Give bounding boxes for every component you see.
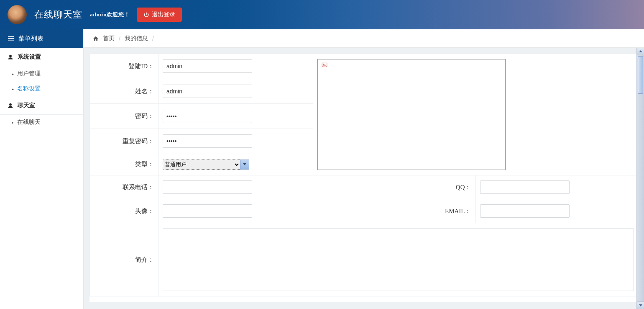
sidebar-item-name-settings[interactable]: 名称设置 [0, 81, 83, 96]
input-password[interactable] [163, 110, 252, 123]
textarea-intro[interactable] [163, 228, 634, 291]
label-intro: 简介： [90, 223, 158, 296]
input-email[interactable] [480, 204, 570, 218]
home-icon [93, 36, 99, 41]
sidebar-section-chatroom[interactable]: 聊天室 [0, 96, 83, 115]
label-email: EMAIL： [313, 199, 476, 223]
app-title: 在线聊天室 [34, 8, 82, 21]
svg-rect-1 [8, 38, 14, 39]
breadcrumb-current: 我的信息 [125, 35, 148, 42]
scroll-track[interactable] [637, 55, 644, 301]
sidebar-section-label: 聊天室 [18, 102, 35, 109]
content-area: 首页 / 我的信息 / 登陆ID： [84, 29, 644, 309]
content-scrollbar[interactable] [636, 48, 644, 309]
label-avatar: 头像： [90, 199, 158, 223]
label-phone: 联系电话： [90, 175, 158, 199]
scroll-up-button[interactable] [637, 48, 644, 55]
label-password-repeat: 重复密码： [90, 129, 158, 154]
sidebar-item-online-chat[interactable]: 在线聊天 [0, 115, 83, 130]
breadcrumb-sep: / [152, 35, 154, 42]
label-name: 姓名： [90, 79, 158, 104]
list-icon [8, 36, 14, 41]
sidebar-header-label: 菜单列表 [18, 35, 43, 43]
svg-line-7 [322, 63, 327, 67]
sidebar-section-label: 系统设置 [18, 53, 41, 61]
logout-button[interactable]: 退出登录 [137, 8, 182, 22]
label-password: 密码： [90, 104, 158, 129]
input-phone[interactable] [163, 180, 252, 194]
user-avatar [8, 5, 27, 24]
sidebar-section-system[interactable]: 系统设置 [0, 48, 83, 66]
breadcrumb-home[interactable]: 首页 [103, 35, 115, 42]
power-icon [143, 12, 149, 18]
breadcrumb-sep: / [119, 35, 120, 42]
image-preview[interactable] [317, 59, 506, 170]
input-password-repeat[interactable] [163, 134, 252, 148]
user-icon [8, 103, 13, 108]
welcome-text: admin欢迎您！ [90, 11, 130, 18]
scroll-thumb[interactable] [638, 56, 643, 94]
input-avatar[interactable] [163, 204, 252, 218]
svg-rect-2 [8, 40, 14, 41]
sidebar-header: 菜单列表 [0, 29, 83, 48]
label-qq: QQ： [313, 175, 476, 199]
select-type[interactable]: 普通用户 [163, 160, 240, 170]
user-icon [8, 54, 13, 60]
label-login-id: 登陆ID： [90, 54, 158, 79]
svg-point-3 [9, 54, 12, 57]
breadcrumb: 首页 / 我的信息 / [84, 29, 644, 48]
svg-point-4 [9, 103, 12, 106]
app-header: 在线聊天室 admin欢迎您！ 退出登录 [0, 0, 644, 29]
input-qq[interactable] [480, 180, 570, 194]
scroll-down-button[interactable] [637, 301, 644, 309]
sidebar-item-user-mgmt[interactable]: 用户管理 [0, 66, 83, 81]
broken-image-icon [321, 62, 328, 68]
svg-rect-0 [8, 36, 14, 37]
input-login-id[interactable] [163, 59, 252, 73]
label-type: 类型： [90, 154, 158, 175]
input-name[interactable] [163, 85, 252, 98]
form-panel: 登陆ID： 姓名： 密码： [89, 54, 638, 302]
select-type-dropdown-button[interactable] [240, 160, 249, 170]
logout-label: 退出登录 [152, 11, 175, 18]
sidebar: 菜单列表 系统设置 用户管理 名称设置 聊天室 在线聊天 [0, 29, 84, 309]
